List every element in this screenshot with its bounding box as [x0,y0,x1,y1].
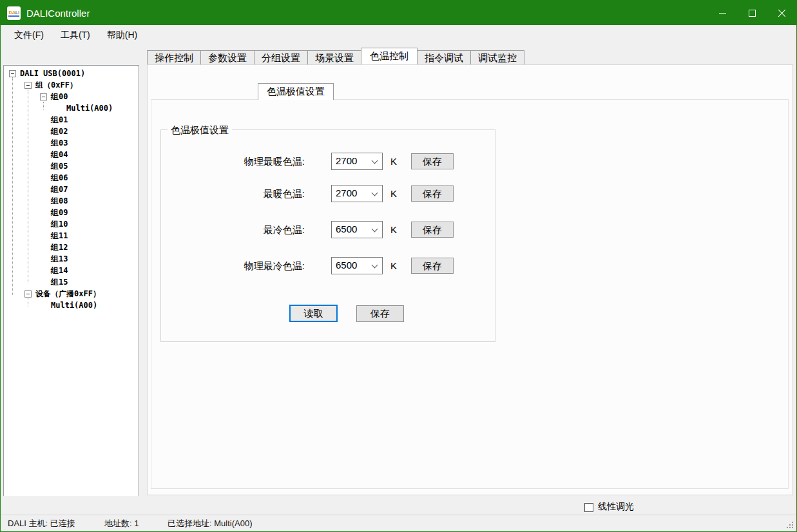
close-icon [778,9,786,17]
cct-sub-tab[interactable]: 色温极值设置 [258,83,334,100]
device-tree-panel: DALI USB(0001) 组（0xFF） 组00 Multi(A00) [3,65,139,497]
collapse-minus-icon[interactable] [40,93,47,100]
title-bar: DALI DALIController [1,1,796,25]
tree-item-label: 组09 [51,207,68,218]
tree-item-label: 组01 [51,115,68,126]
tree-item-label: DALI USB(0001) [20,69,85,78]
tree-item[interactable]: 组06 [4,172,139,184]
main-tab-strip: 操作控制 参数设置 分组设置 场景设置 色温控制 指令调试 调试监控 [147,49,524,64]
save-row-button[interactable]: 保存 [411,222,454,238]
tree-item[interactable]: 组（0xFF） [4,79,139,91]
main-tab[interactable]: 调试监控 [470,50,524,64]
tree-item-label: 组（0xFF） [35,80,77,91]
kelvin-unit-label: K [390,185,397,202]
save-row-button[interactable]: 保存 [411,258,454,274]
combobox-value: 2700 [336,187,357,198]
tree-item[interactable]: 组00 [4,91,139,102]
maximize-icon [749,10,756,17]
tree-item[interactable]: 组12 [4,242,139,253]
cct-limit-row: 物理最暖色温: 2700 K 保存 [1,153,796,170]
tree-item-label: Multi(A00) [51,301,97,310]
groupbox-title: 色温极值设置 [168,124,232,137]
cct-limit-label: 物理最冷色温: [168,257,305,274]
cct-value-combobox[interactable]: 2700 [331,185,383,202]
main-tab[interactable]: 分组设置 [254,50,308,64]
chevron-down-icon[interactable] [372,190,378,196]
tree-item-label: 设备（广播0xFF） [35,289,101,299]
tree-item-label: 组15 [51,277,68,288]
tree-item[interactable]: 组15 [4,276,139,288]
chevron-down-icon[interactable] [372,262,378,269]
status-bar: DALI 主机: 已连接 地址数: 1 已选择地址: Multi(A00) [1,515,796,531]
cct-value-combobox[interactable]: 2700 [331,153,383,170]
cct-limit-row: 最冷色温: 6500 K 保存 [1,221,796,238]
menu-item[interactable]: 工具(T) [61,30,90,41]
cct-limit-row: 物理最冷色温: 6500 K 保存 [1,257,796,274]
menu-item[interactable]: 文件(F) [14,30,44,41]
window-title: DALIController [26,8,707,19]
cct-limit-row: 最暖色温: 2700 K 保存 [1,185,796,202]
selected-address: 已选择地址: Multi(A00) [168,518,252,529]
app-icon-text: DALI [8,10,19,17]
address-count: 地址数: 1 [104,518,139,529]
menu-bar: 文件(F) 工具(T) 帮助(H) [1,25,796,46]
combobox-value: 2700 [336,155,357,166]
tree-item[interactable]: 组01 [4,114,139,126]
device-tree: DALI USB(0001) 组（0xFF） 组00 Multi(A00) [4,66,139,496]
collapse-minus-icon[interactable] [9,70,16,77]
minimize-icon [719,13,726,14]
linear-dimming-label: 线性调光 [598,501,634,513]
tree-item[interactable]: 设备（广播0xFF） [4,288,139,299]
save-row-button[interactable]: 保存 [411,153,454,169]
tree-item-label: Multi(A00) [66,104,113,113]
save-row-button[interactable]: 保存 [411,185,454,202]
main-tab[interactable]: 色温控制 [361,48,418,64]
kelvin-unit-label: K [390,153,397,170]
tree-item[interactable]: 组03 [4,137,139,149]
chevron-down-icon[interactable] [372,158,378,164]
collapse-minus-icon[interactable] [24,290,32,298]
cct-limit-label: 物理最暖色温: [168,153,305,170]
cct-limit-label: 最暖色温: [168,185,305,202]
save-button[interactable]: 保存 [356,305,404,322]
cct-limit-label: 最冷色温: [168,221,305,238]
app-icon: DALI [7,6,21,20]
chevron-down-icon[interactable] [372,226,378,233]
tree-item-label: 组02 [51,126,68,137]
kelvin-unit-label: K [390,221,397,238]
tree-item-label: 组12 [51,242,68,253]
cct-value-combobox[interactable]: 6500 [331,257,383,274]
combobox-value: 6500 [336,260,357,271]
tree-item[interactable]: 组02 [4,126,139,137]
main-tab[interactable]: 操作控制 [147,50,201,64]
main-tab[interactable]: 场景设置 [307,50,361,64]
tree-item[interactable]: Multi(A00) [4,299,139,311]
menu-item[interactable]: 帮助(H) [107,30,137,41]
close-button[interactable] [767,1,796,25]
app-window: DALI DALIController 文件(F) 工具(T) 帮助(H) 操作… [0,0,797,532]
maximize-button[interactable] [737,1,767,25]
tree-item[interactable]: DALI USB(0001) [4,68,139,79]
main-tab[interactable]: 指令调试 [417,50,471,64]
main-tab[interactable]: 参数设置 [200,50,254,64]
resize-grip[interactable] [786,521,794,529]
tree-item-label: 组06 [51,173,68,184]
linear-dimming-checkbox[interactable] [584,503,593,512]
tree-item-label: 组03 [51,138,68,149]
collapse-minus-icon[interactable] [24,82,32,89]
tree-item-label: 组00 [51,91,68,102]
read-button[interactable]: 读取 [289,305,338,322]
tree-item[interactable]: 组09 [4,207,139,218]
cct-value-combobox[interactable]: 6500 [331,221,383,238]
footer-strip: 线性调光 [1,496,796,516]
kelvin-unit-label: K [390,257,397,274]
tree-item[interactable]: Multi(A00) [4,102,139,114]
minimize-button[interactable] [707,1,737,25]
combobox-value: 6500 [336,223,357,234]
host-status: DALI 主机: 已连接 [8,518,75,529]
